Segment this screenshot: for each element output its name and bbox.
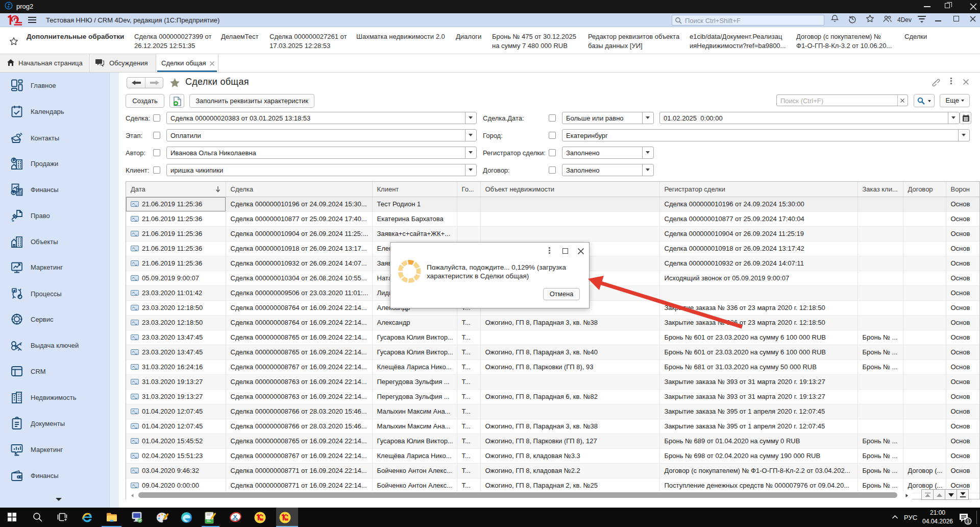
svg-text:1: 1 (967, 519, 970, 524)
